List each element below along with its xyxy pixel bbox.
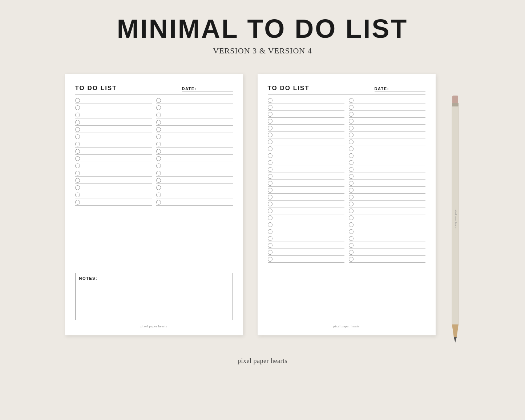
task-circle[interactable]	[349, 112, 354, 117]
task-line	[82, 195, 152, 195]
task-circle[interactable]	[349, 119, 354, 124]
task-circle[interactable]	[349, 133, 354, 137]
task-circle[interactable]	[268, 167, 272, 172]
task-circle[interactable]	[349, 215, 354, 220]
task-item	[268, 140, 344, 145]
task-line	[356, 218, 425, 218]
task-circle[interactable]	[156, 113, 161, 117]
task-line	[356, 231, 425, 232]
task-circle[interactable]	[156, 171, 161, 175]
task-circle[interactable]	[156, 163, 161, 168]
task-circle[interactable]	[156, 149, 161, 154]
task-circle[interactable]	[156, 193, 161, 197]
task-line	[275, 197, 344, 197]
task-circle[interactable]	[349, 257, 354, 262]
task-circle[interactable]	[349, 202, 354, 206]
task-circle[interactable]	[268, 222, 272, 227]
task-circle[interactable]	[349, 126, 354, 130]
task-line	[275, 162, 344, 163]
task-circle[interactable]	[75, 171, 80, 175]
v4-tasks-columns	[268, 98, 425, 320]
task-circle[interactable]	[268, 181, 272, 186]
task-circle[interactable]	[349, 250, 354, 255]
task-item	[268, 126, 344, 132]
task-circle[interactable]	[349, 167, 354, 172]
task-circle[interactable]	[349, 209, 354, 213]
task-circle[interactable]	[268, 229, 272, 234]
task-circle[interactable]	[268, 195, 272, 199]
task-item	[268, 202, 344, 207]
task-circle[interactable]	[268, 174, 272, 179]
task-circle[interactable]	[268, 209, 272, 213]
task-item	[156, 127, 233, 133]
task-item	[75, 156, 152, 162]
task-circle[interactable]	[349, 174, 354, 179]
task-circle[interactable]	[156, 156, 161, 161]
task-item	[268, 250, 344, 256]
task-circle[interactable]	[156, 98, 161, 103]
task-circle[interactable]	[349, 229, 354, 234]
task-circle[interactable]	[75, 142, 80, 146]
task-circle[interactable]	[156, 142, 161, 146]
task-item	[156, 105, 233, 111]
task-line	[356, 252, 425, 253]
task-circle[interactable]	[268, 140, 272, 144]
task-circle[interactable]	[75, 134, 80, 139]
task-circle[interactable]	[268, 153, 272, 158]
task-circle[interactable]	[349, 222, 354, 227]
task-circle[interactable]	[268, 243, 272, 248]
task-item	[268, 257, 344, 263]
task-circle[interactable]	[75, 185, 80, 190]
task-circle[interactable]	[75, 193, 80, 197]
task-circle[interactable]	[268, 126, 272, 130]
task-item	[349, 119, 425, 125]
task-circle[interactable]	[75, 98, 80, 103]
task-circle[interactable]	[268, 133, 272, 137]
task-circle[interactable]	[75, 178, 80, 183]
task-circle[interactable]	[156, 178, 161, 183]
task-circle[interactable]	[75, 105, 80, 110]
task-circle[interactable]	[156, 200, 161, 205]
v4-date-label: DATE:	[375, 86, 425, 92]
task-circle[interactable]	[268, 98, 272, 103]
subtitle: VERSION 3 & VERSION 4	[117, 46, 408, 56]
task-circle[interactable]	[75, 200, 80, 205]
task-circle[interactable]	[349, 146, 354, 151]
task-circle[interactable]	[349, 140, 354, 144]
task-circle[interactable]	[156, 134, 161, 139]
task-circle[interactable]	[268, 105, 272, 110]
task-circle[interactable]	[75, 113, 80, 117]
task-circle[interactable]	[268, 146, 272, 151]
task-circle[interactable]	[268, 119, 272, 124]
task-circle[interactable]	[156, 105, 161, 110]
task-circle[interactable]	[268, 160, 272, 165]
task-circle[interactable]	[268, 236, 272, 241]
task-circle[interactable]	[349, 160, 354, 165]
task-circle[interactable]	[75, 149, 80, 154]
task-circle[interactable]	[349, 236, 354, 241]
task-circle[interactable]	[156, 127, 161, 132]
task-circle[interactable]	[75, 127, 80, 132]
task-circle[interactable]	[268, 257, 272, 262]
task-circle[interactable]	[349, 195, 354, 199]
task-circle[interactable]	[349, 181, 354, 186]
task-circle[interactable]	[349, 188, 354, 193]
task-circle[interactable]	[268, 215, 272, 220]
task-circle[interactable]	[349, 243, 354, 248]
task-circle[interactable]	[156, 120, 161, 125]
task-circle[interactable]	[349, 105, 354, 110]
task-circle[interactable]	[268, 250, 272, 255]
task-line	[163, 195, 233, 195]
task-circle[interactable]	[268, 188, 272, 193]
task-circle[interactable]	[268, 112, 272, 117]
task-circle[interactable]	[349, 153, 354, 158]
task-line	[356, 128, 425, 128]
task-circle[interactable]	[156, 185, 161, 190]
task-circle[interactable]	[268, 202, 272, 206]
task-circle[interactable]	[75, 120, 80, 125]
task-circle[interactable]	[75, 156, 80, 161]
task-line	[163, 158, 233, 159]
task-circle[interactable]	[349, 98, 354, 103]
task-circle[interactable]	[75, 163, 80, 168]
svg-marker-6	[452, 324, 459, 337]
